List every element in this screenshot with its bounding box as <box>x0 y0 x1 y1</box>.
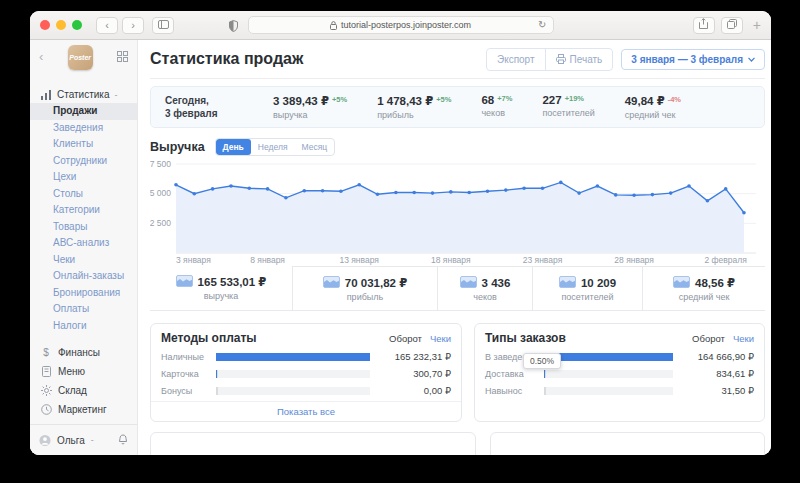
content-blocker-icon[interactable] <box>229 18 238 36</box>
order-types-title: Типы заказов <box>485 331 566 345</box>
user-menu-caret: - <box>91 435 94 445</box>
sidebar-item-sales[interactable]: Продажи <box>30 103 137 120</box>
bar-chart-icon <box>40 90 52 100</box>
dollar-icon: $ <box>40 347 52 358</box>
order-bar-fill <box>544 353 673 361</box>
revenue-chart: 2 5005 0007 5003 января8 января13 января… <box>150 160 765 266</box>
share-button[interactable] <box>693 17 715 34</box>
window-zoom-button[interactable] <box>72 20 82 30</box>
mini-chart-icon <box>673 276 690 288</box>
sidebar-item-online-orders[interactable]: Онлайн-заказы <box>30 268 137 285</box>
browser-toolbar: ‹ › tutorial-posterpos.joinposter.com ↻ … <box>30 11 771 40</box>
chart-period-tab-week[interactable]: Неделя <box>251 139 295 155</box>
sidebar-item-clients[interactable]: Клиенты <box>30 136 137 153</box>
period-stat-label: средний чек <box>679 292 730 302</box>
reload-icon[interactable]: ↻ <box>538 19 546 30</box>
sidebar-section-finance[interactable]: $Финансы <box>30 343 137 362</box>
payment-row-bonus: Бонусы0,00 ₽ <box>151 384 461 397</box>
sidebar-item-tables[interactable]: Столы <box>30 186 137 203</box>
sidebar-section-statistics-label: Статистика <box>57 89 110 100</box>
tabs-icon <box>727 19 737 29</box>
address-bar[interactable]: tutorial-posterpos.joinposter.com ↻ <box>248 16 554 34</box>
sidebar-toggle-button[interactable] <box>152 17 174 34</box>
sidebar-item-receipts[interactable]: Чеки <box>30 252 137 269</box>
sidebar-section-marketing[interactable]: Маркетинг <box>30 400 137 419</box>
period-stat-avg-check[interactable]: 48,56 ₽средний чек <box>643 266 765 310</box>
payment-receipts-tab[interactable]: Чеки <box>430 333 451 344</box>
browser-forward-button[interactable]: › <box>122 17 144 34</box>
period-stat-label: посетителей <box>561 292 613 302</box>
sidebar-item-payments[interactable]: Оплаты <box>30 301 137 318</box>
payment-turnover-tab[interactable]: Оборот <box>389 333 422 344</box>
today-stat-label: прибыль <box>377 110 451 120</box>
tabs-overview-button[interactable] <box>721 17 743 34</box>
sidebar-section-menu[interactable]: Меню <box>30 362 137 381</box>
today-stat-value: 68+7% <box>481 94 512 106</box>
order-row-takeaway: Навынос31,50 ₽ <box>475 384 764 397</box>
order-value: 31,50 ₽ <box>680 385 754 396</box>
today-stat-value: 227+19% <box>542 94 594 106</box>
sidebar-item-reservations[interactable]: Бронирования <box>30 285 137 302</box>
payment-bar-fill <box>216 353 370 361</box>
window-minimize-button[interactable] <box>56 20 66 30</box>
sidebar-section-statistics[interactable]: Статистика - <box>30 86 137 103</box>
user-row[interactable]: Ольга - <box>30 424 137 455</box>
period-stat-visitors[interactable]: 10 209посетителей <box>533 266 643 310</box>
order-label: Навынос <box>485 386 537 396</box>
chart-period-switcher: ДеньНеделяМесяц <box>215 138 336 156</box>
order-value: 164 666,90 ₽ <box>680 351 754 362</box>
browser-back-button[interactable]: ‹ <box>96 17 118 34</box>
today-stat-label: средний чек <box>625 110 681 120</box>
sidebar-item-employees[interactable]: Сотрудники <box>30 153 137 170</box>
today-stats: 3 389,43 ₽+5%выручка1 478,43 ₽+5%прибыль… <box>269 94 750 120</box>
order-row-delivery: Доставка834,61 ₽ <box>475 367 764 380</box>
sidebar-item-abc-analysis[interactable]: АВС-анализ <box>30 235 137 252</box>
notifications-bell-icon[interactable] <box>118 434 128 447</box>
apps-grid-icon[interactable] <box>117 51 128 64</box>
payment-methods-rows: Наличные165 232,31 ₽Карточка300,70 ₽Бону… <box>151 350 461 397</box>
date-range-button[interactable]: 3 января — 3 февраля <box>621 49 765 70</box>
export-button-label: Экспорт <box>497 54 535 65</box>
sidebar-item-workshops[interactable]: Цехи <box>30 169 137 186</box>
payment-label: Карточка <box>161 369 209 379</box>
show-all-link[interactable]: Показать все <box>151 401 461 421</box>
payment-methods-title: Методы оплаты <box>161 331 257 345</box>
order-row-in-venue: В заведении164 666,90 ₽ <box>475 350 764 363</box>
export-button[interactable]: Экспорт <box>487 49 545 70</box>
sidebar-nav: ПродажиЗаведенияКлиентыСотрудникиЦехиСто… <box>30 103 137 334</box>
sidebar-item-venues[interactable]: Заведения <box>30 120 137 137</box>
sidebar-item-taxes[interactable]: Налоги <box>30 318 137 335</box>
window-close-button[interactable] <box>40 20 50 30</box>
period-stat-receipts[interactable]: 3 436чеков <box>438 266 533 310</box>
period-stat-amount: 165 533,01 ₽ <box>198 275 267 289</box>
period-stat-value: 3 436 <box>460 276 511 290</box>
order-bar-track <box>544 353 673 361</box>
today-stat-label: чеков <box>481 108 512 118</box>
period-stat-revenue[interactable]: 165 533,01 ₽выручка <box>150 266 293 310</box>
poster-logo[interactable]: Poster <box>68 45 93 70</box>
revenue-chart-svg[interactable]: 2 5005 0007 5003 января8 января13 января… <box>150 160 764 266</box>
sidebar-section-stock[interactable]: Склад <box>30 381 137 400</box>
collapse-sidebar-icon[interactable]: ‹ <box>39 52 43 62</box>
chart-period-tab-month[interactable]: Месяц <box>295 139 335 155</box>
sidebar-item-products[interactable]: Товары <box>30 219 137 236</box>
order-bar-track <box>544 370 673 378</box>
browser-window: ‹ › tutorial-posterpos.joinposter.com ↻ … <box>30 11 771 455</box>
period-stat-label: прибыль <box>347 292 383 302</box>
payment-row-card: Карточка300,70 ₽ <box>151 367 461 380</box>
trend-badge: -4% <box>668 95 681 104</box>
new-tab-button[interactable]: + <box>749 17 761 33</box>
lock-icon <box>330 21 337 30</box>
sidebar-sections: $ФинансыМенюСкладМаркетинг <box>30 343 137 419</box>
chart-period-tab-day[interactable]: День <box>216 139 251 155</box>
today-stat-visitors: 227+19%посетителей <box>542 94 594 120</box>
period-stat-profit[interactable]: 70 031,82 ₽прибыль <box>293 266 438 310</box>
mini-chart-icon <box>323 276 340 288</box>
orders-receipts-tab[interactable]: Чеки <box>733 333 754 344</box>
orders-turnover-tab[interactable]: Оборот <box>692 333 725 344</box>
svg-text:18 января: 18 января <box>431 255 471 265</box>
print-button[interactable]: Печать <box>545 49 613 70</box>
period-stat-tabs: 165 533,01 ₽выручка70 031,82 ₽прибыль3 4… <box>150 266 765 311</box>
sidebar-section-menu-label: Меню <box>58 366 85 377</box>
sidebar-item-categories[interactable]: Категории <box>30 202 137 219</box>
